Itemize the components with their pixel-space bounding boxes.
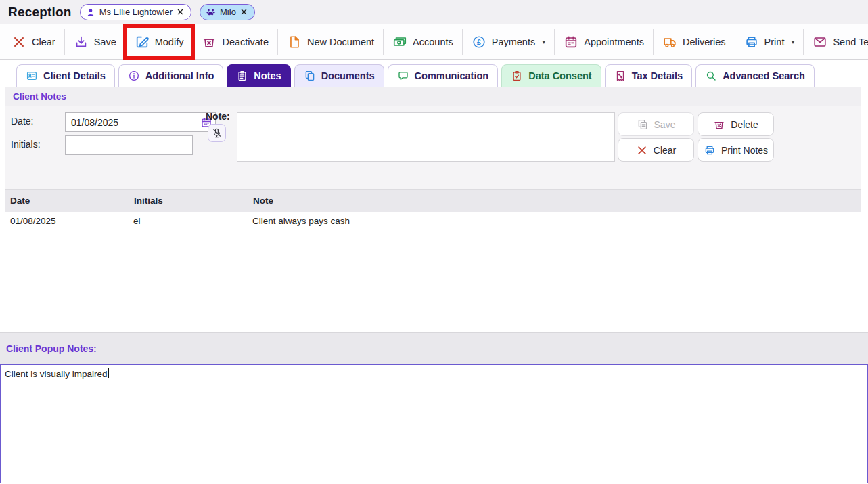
- tab-data-consent[interactable]: Data Consent: [501, 64, 601, 87]
- tab-notes[interactable]: Notes: [227, 64, 290, 87]
- client-popup-notes-textarea[interactable]: Client is visually impaired: [0, 364, 868, 483]
- toolbar-send-text-button[interactable]: Send Text: [804, 28, 868, 56]
- toolbar-label: Deliveries: [683, 37, 726, 47]
- button-label: Clear: [654, 145, 676, 156]
- cash-icon: [392, 35, 407, 49]
- tab-label: Documents: [321, 70, 375, 81]
- row-initials: el: [129, 216, 248, 226]
- bin-x-icon: [202, 35, 216, 49]
- client-notes-section-header: Client Notes: [5, 87, 861, 106]
- calendar-icon: [564, 35, 578, 49]
- toolbar-label: Clear: [32, 37, 55, 47]
- tab-label: Notes: [254, 70, 281, 81]
- document-icon: [287, 35, 302, 49]
- magnifier-icon: [705, 70, 717, 82]
- row-date: 01/08/2025: [5, 216, 129, 226]
- toolbar-modify-button[interactable]: Modify: [126, 28, 193, 56]
- client-chip[interactable]: Ms Ellie Lightowler: [80, 4, 191, 20]
- toolbar-label: New Document: [307, 37, 374, 47]
- tab-advanced-search[interactable]: Advanced Search: [695, 64, 815, 87]
- toolbar-label: Payments: [492, 37, 535, 47]
- clear-x-icon: [636, 144, 648, 156]
- toolbar-clear-button[interactable]: Clear: [3, 28, 64, 56]
- notes-table-body: 01/08/2025 el Client always pays cash: [5, 212, 861, 332]
- section-title: Client Popup Notes:: [6, 343, 97, 354]
- initials-field-wrapper: [65, 135, 193, 155]
- initials-input[interactable]: [66, 136, 192, 154]
- client-notes-form: Date: Initials: Note: Save: [5, 106, 861, 189]
- button-label: Delete: [731, 119, 758, 130]
- toolbar-label: Print: [764, 37, 785, 47]
- truck-icon: [662, 35, 677, 49]
- date-input[interactable]: [66, 113, 198, 131]
- column-header-initials[interactable]: Initials: [129, 190, 248, 212]
- tab-communication[interactable]: Communication: [388, 64, 499, 87]
- close-icon[interactable]: [240, 8, 248, 16]
- toolbar-save-button[interactable]: Save: [65, 28, 125, 56]
- copy-pages-icon: [304, 70, 316, 82]
- toolbar-appointments-button[interactable]: Appointments: [555, 28, 653, 56]
- toolbar-print-button[interactable]: Print ▾: [735, 28, 804, 56]
- toolbar-accounts-button[interactable]: Accounts: [384, 28, 462, 56]
- page-title: Reception: [8, 5, 72, 20]
- info-circle-icon: [128, 70, 140, 82]
- toolbar-payments-button[interactable]: £ Payments ▾: [463, 28, 555, 56]
- svg-text:£: £: [477, 37, 481, 45]
- patient-chip[interactable]: Milo: [200, 4, 255, 20]
- initials-label: Initials:: [11, 139, 41, 150]
- tab-label: Additional Info: [145, 70, 214, 81]
- printer-icon: [704, 144, 716, 156]
- clear-x-icon: [12, 35, 26, 49]
- date-field-wrapper: [65, 112, 216, 132]
- toolbar-label: Save: [94, 37, 116, 47]
- section-title: Client Notes: [13, 91, 66, 102]
- receipt-percent-icon: [614, 70, 626, 82]
- toolbar-label: Appointments: [584, 37, 644, 47]
- printer-icon: [744, 35, 759, 49]
- main-toolbar: Clear Save Modify Deactivate New Documen…: [0, 24, 868, 60]
- column-header-date[interactable]: Date: [5, 190, 129, 212]
- note-delete-button[interactable]: Delete: [698, 112, 774, 136]
- toolbar-deliveries-button[interactable]: Deliveries: [654, 28, 735, 56]
- toolbar-label: Accounts: [413, 37, 453, 47]
- envelope-icon: [813, 35, 827, 49]
- chat-bubble-icon: [397, 70, 409, 82]
- client-popup-notes-header: Client Popup Notes:: [0, 332, 868, 364]
- tab-additional-info[interactable]: Additional Info: [118, 64, 223, 87]
- toolbar-deactivate-button[interactable]: Deactivate: [193, 28, 277, 56]
- toolbar-new-document-button[interactable]: New Document: [278, 28, 383, 56]
- tab-label: Communication: [415, 70, 489, 81]
- notes-table-header: Date Initials Note: [5, 189, 861, 212]
- clipboard-icon: [236, 70, 248, 82]
- note-textarea[interactable]: [237, 112, 615, 162]
- clipboard-check-icon: [511, 70, 523, 82]
- mic-off-icon[interactable]: [208, 124, 226, 142]
- tab-label: Advanced Search: [723, 70, 805, 81]
- tab-client-details[interactable]: Client Details: [16, 64, 115, 87]
- tab-label: Client Details: [43, 70, 106, 81]
- bin-x-icon: [713, 118, 725, 131]
- id-card-icon: [26, 70, 38, 82]
- text-cursor: [108, 368, 110, 378]
- popup-notes-text: Client is visually impaired: [5, 369, 108, 379]
- save-notes-icon: [637, 118, 649, 131]
- close-icon[interactable]: [177, 8, 184, 16]
- edit-pencil-icon: [135, 35, 150, 49]
- table-row[interactable]: 01/08/2025 el Client always pays cash: [5, 212, 861, 230]
- button-label: Print Notes: [721, 145, 768, 156]
- tab-bar: Client Details Additional Info Notes Doc…: [0, 60, 868, 87]
- chevron-down-icon[interactable]: ▾: [542, 38, 545, 45]
- top-bar: Reception Ms Ellie Lightowler Milo: [0, 0, 868, 24]
- note-label: Note:: [206, 111, 230, 122]
- column-header-note[interactable]: Note: [248, 190, 861, 212]
- tab-documents[interactable]: Documents: [294, 64, 384, 87]
- client-chip-label: Ms Ellie Lightowler: [99, 7, 173, 17]
- tab-label: Tax Details: [632, 70, 683, 81]
- note-clear-button[interactable]: Clear: [618, 138, 694, 162]
- toolbar-label: Deactivate: [222, 37, 269, 47]
- tab-tax-details[interactable]: Tax Details: [605, 64, 693, 87]
- note-save-button[interactable]: Save: [618, 112, 694, 136]
- row-note: Client always pays cash: [248, 216, 861, 226]
- print-notes-button[interactable]: Print Notes: [698, 138, 774, 162]
- chevron-down-icon[interactable]: ▾: [791, 38, 794, 45]
